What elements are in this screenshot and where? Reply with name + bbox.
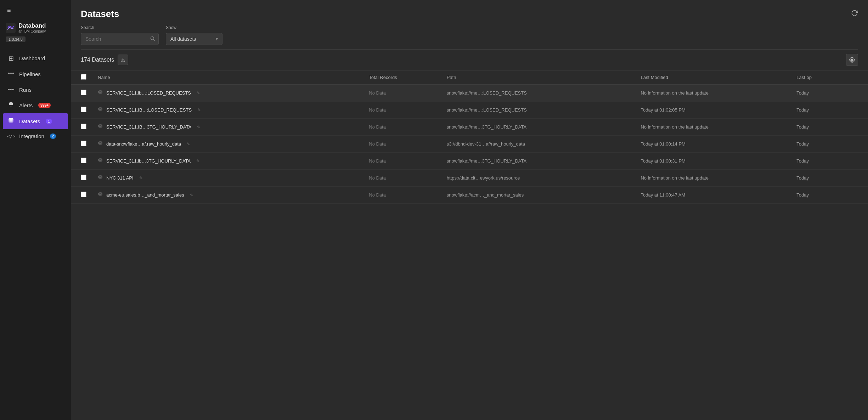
row-total-records: No Data: [363, 136, 441, 153]
edit-icon[interactable]: ✎: [137, 175, 145, 181]
pipelines-icon: [7, 70, 15, 78]
row-name-cell: SERVICE_311.IB…3TG_HOURLY_DATA ✎: [92, 119, 363, 136]
edit-icon[interactable]: ✎: [185, 141, 192, 147]
databand-logo: [6, 23, 16, 33]
edit-icon[interactable]: ✎: [195, 124, 203, 130]
row-last-op: Today: [791, 153, 868, 170]
svg-point-7: [10, 89, 11, 90]
sidebar-item-runs[interactable]: Runs: [0, 82, 71, 97]
row-checkbox[interactable]: [81, 141, 86, 146]
integration-icon: </>: [7, 134, 15, 139]
row-total-records: No Data: [363, 85, 441, 102]
row-last-modified: Today at 01:00:14 PM: [635, 136, 791, 153]
row-checkbox[interactable]: [81, 175, 86, 180]
row-path: s3://dbnd-dev-31…af/raw_hourly_data: [441, 136, 635, 153]
database-icon: [98, 90, 103, 96]
row-name-cell: data-snowflake…af.raw_hourly_data ✎: [92, 136, 363, 153]
dataset-name: NYC 311 API: [106, 175, 134, 181]
row-checkbox[interactable]: [81, 124, 86, 129]
edit-icon[interactable]: ✎: [195, 90, 202, 96]
table-settings-button[interactable]: [846, 54, 858, 66]
svg-point-19: [98, 142, 102, 143]
dataset-name: SERVICE_311.IB…:LOSED_REQUESTS: [106, 107, 192, 113]
brand-sub: an IBM Company: [18, 29, 46, 34]
edit-icon[interactable]: ✎: [194, 158, 202, 164]
sidebar-item-integration[interactable]: </> Integration 2: [0, 129, 71, 143]
row-checkbox[interactable]: [81, 192, 86, 197]
brand-area: Databand an IBM Company 1.0.34.8: [0, 18, 71, 45]
svg-point-16: [98, 91, 102, 92]
row-path: snowflake://me…:LOSED_REQUESTS: [441, 102, 635, 119]
svg-point-1: [8, 73, 10, 74]
sidebar-item-label: Runs: [19, 87, 32, 93]
row-last-op: Today: [791, 102, 868, 119]
dataset-name: SERVICE_311.IB…3TG_HOURLY_DATA: [106, 124, 191, 130]
row-last-op: Today: [791, 85, 868, 102]
dashboard-icon: ⊞: [7, 55, 15, 62]
search-group: Search: [81, 25, 159, 45]
svg-point-22: [98, 193, 102, 194]
table-toolbar: 174 Datasets: [71, 50, 868, 70]
row-total-records: No Data: [363, 153, 441, 170]
row-checkbox[interactable]: [81, 158, 86, 163]
column-header-name: Name: [92, 70, 363, 85]
export-button[interactable]: [118, 55, 128, 65]
column-header-last-modified: Last Modified: [635, 70, 791, 85]
show-select-wrap: All datasets My datasets Starred ▼: [166, 33, 222, 45]
row-total-records: No Data: [363, 187, 441, 204]
database-icon: [98, 158, 103, 164]
show-select[interactable]: All datasets My datasets Starred: [166, 33, 222, 45]
sidebar-item-label: Pipelines: [19, 71, 41, 77]
edit-icon[interactable]: ✎: [188, 192, 196, 198]
database-icon: [98, 175, 103, 181]
filter-bar: Search Show All datasets My datasets Sta…: [71, 19, 868, 49]
page-header: Datasets: [71, 0, 868, 19]
row-last-op: Today: [791, 187, 868, 204]
row-last-op: Today: [791, 119, 868, 136]
row-total-records: No Data: [363, 119, 441, 136]
svg-point-17: [98, 108, 102, 109]
row-last-modified: No information on the last update: [635, 85, 791, 102]
datasets-icon: [7, 117, 15, 125]
select-all-header: [71, 70, 92, 85]
row-checkbox-cell: [71, 119, 92, 136]
row-last-op: Today: [791, 136, 868, 153]
sidebar-item-dashboard[interactable]: ⊞ Dashboard: [0, 51, 71, 66]
show-label: Show: [166, 25, 222, 30]
edit-icon[interactable]: ✎: [195, 107, 203, 113]
row-path: snowflake://me…:LOSED_REQUESTS: [441, 85, 635, 102]
table-row: SERVICE_311.ib…3TG_HOURLY_DATA ✎ No Data…: [71, 153, 868, 170]
row-name-cell: SERVICE_311.ib…:LOSED_REQUESTS ✎: [92, 85, 363, 102]
row-checkbox[interactable]: [81, 90, 86, 95]
row-checkbox[interactable]: [81, 107, 86, 112]
row-last-op: Today: [791, 170, 868, 187]
svg-point-3: [12, 73, 14, 74]
table-row: SERVICE_311.IB…3TG_HOURLY_DATA ✎ No Data…: [71, 119, 868, 136]
row-path: snowflake://me…3TG_HOURLY_DATA: [441, 153, 635, 170]
svg-point-2: [10, 73, 12, 74]
svg-point-18: [98, 125, 102, 126]
row-checkbox-cell: [71, 170, 92, 187]
sidebar-item-pipelines[interactable]: Pipelines: [0, 66, 71, 82]
sidebar-item-label: Datasets: [19, 118, 40, 124]
main-content: Datasets Search Show: [71, 0, 868, 420]
refresh-button[interactable]: [851, 10, 858, 18]
sidebar-item-datasets[interactable]: Datasets 1: [3, 113, 68, 129]
table-row: SERVICE_311.IB…:LOSED_REQUESTS ✎ No Data…: [71, 102, 868, 119]
search-icon-button[interactable]: [150, 36, 155, 42]
row-checkbox-cell: [71, 187, 92, 204]
database-icon: [98, 124, 103, 130]
sidebar-collapse-button[interactable]: ≡: [6, 6, 12, 15]
search-label: Search: [81, 25, 159, 30]
sidebar-item-alerts[interactable]: Alerts 999+: [0, 97, 71, 113]
table-row: NYC 311 API ✎ No Data https://data.cit…e…: [71, 170, 868, 187]
dataset-name: data-snowflake…af.raw_hourly_data: [106, 141, 181, 147]
search-input[interactable]: [81, 33, 159, 45]
table-body: SERVICE_311.ib…:LOSED_REQUESTS ✎ No Data…: [71, 85, 868, 204]
table-header: Name Total Records Path Last Modified La…: [71, 70, 868, 85]
row-total-records: No Data: [363, 170, 441, 187]
dataset-count: 174 Datasets: [81, 57, 114, 63]
svg-point-6: [8, 89, 9, 90]
row-total-records: No Data: [363, 102, 441, 119]
select-all-checkbox[interactable]: [81, 74, 86, 80]
